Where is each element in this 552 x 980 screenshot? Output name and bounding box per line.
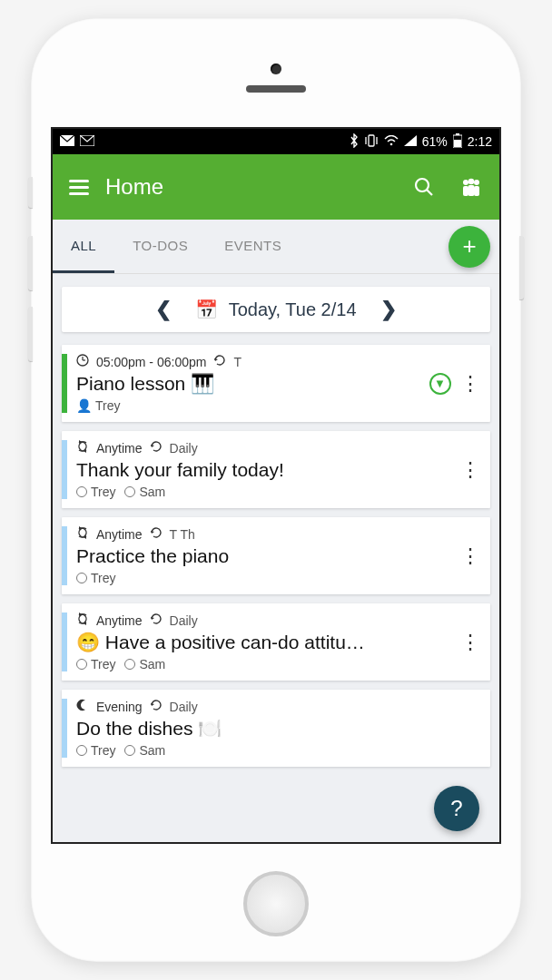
item-list: 05:00pm - 06:00pm T Piano lesson 🎹 👤Trey… [53, 345, 499, 767]
app-bar: Home [53, 154, 499, 220]
svg-rect-8 [454, 140, 461, 147]
card-title: Practice the piano [76, 545, 455, 567]
search-button[interactable] [412, 175, 436, 199]
power-button [519, 236, 524, 299]
date-text: Today, Tue 2/14 [229, 299, 357, 319]
help-button[interactable]: ? [434, 786, 479, 831]
repeat-icon [76, 612, 89, 628]
tab-all[interactable]: ALL [53, 220, 114, 273]
volume-down [28, 307, 33, 361]
todo-card[interactable]: Anytime Daily 😁 Have a positive can-do a… [62, 603, 490, 681]
menu-button[interactable] [69, 180, 89, 195]
repeat-icon-2 [150, 612, 163, 628]
date-label[interactable]: 📅 Today, Tue 2/14 [195, 299, 356, 320]
repeat-icon-2 [150, 440, 163, 456]
repeat-icon [76, 440, 89, 456]
people-button[interactable] [459, 175, 483, 199]
assignee: Sam [139, 743, 165, 758]
when-label: Anytime [96, 527, 143, 542]
volume-up [28, 236, 33, 290]
svg-point-9 [416, 179, 429, 191]
card-title: Thank your family today! [76, 459, 455, 481]
calendar-icon: 📅 [195, 299, 218, 319]
phone-frame: 61% 2:12 Home ALL TO-DOS [31, 18, 521, 962]
mail-icon [60, 134, 74, 149]
checkbox-icon[interactable] [76, 573, 87, 583]
repeat-label: Daily [170, 700, 198, 714]
assignee: Trey [91, 571, 115, 585]
todo-card[interactable]: Anytime Daily Thank your family today! T… [62, 431, 490, 508]
mail-icon-2 [80, 134, 94, 149]
status-bar: 61% 2:12 [53, 129, 499, 154]
bluetooth-icon [350, 133, 359, 151]
assignee: Sam [139, 657, 165, 671]
repeat-icon [76, 526, 89, 542]
card-stripe [62, 612, 67, 671]
assignee: Sam [139, 485, 165, 499]
svg-rect-16 [474, 186, 479, 196]
phone-camera [271, 64, 281, 74]
battery-pct: 61% [422, 134, 448, 149]
card-stripe [62, 440, 67, 499]
screen: 61% 2:12 Home ALL TO-DOS [51, 127, 501, 844]
repeat-label: Daily [170, 613, 198, 628]
assignee: Trey [91, 743, 115, 758]
phone-speaker [246, 85, 306, 93]
event-card[interactable]: 05:00pm - 06:00pm T Piano lesson 🎹 👤Trey… [62, 345, 490, 422]
prev-day-button[interactable]: ❮ [155, 298, 172, 321]
todo-card[interactable]: Anytime T Th Practice the piano Trey ⋮ [62, 517, 490, 594]
checkbox-icon[interactable] [124, 659, 135, 670]
person-icon: 👤 [76, 398, 92, 413]
time-range: 05:00pm - 06:00pm [96, 355, 206, 369]
svg-point-12 [468, 179, 475, 185]
battery-icon [453, 133, 462, 151]
card-title: 😁 Have a positive can-do attitu… [76, 632, 455, 653]
repeat-icon-2 [150, 526, 163, 542]
tab-events[interactable]: EVENTS [206, 220, 300, 273]
assignee: Trey [95, 398, 120, 413]
repeat-label: T Th [170, 527, 195, 542]
when-label: Anytime [96, 441, 143, 456]
vibrate-icon [364, 134, 379, 150]
more-button[interactable]: ⋮ [460, 465, 480, 475]
when-label: Evening [96, 700, 143, 714]
home-button[interactable] [243, 871, 309, 936]
tab-todos[interactable]: TO-DOS [114, 220, 206, 273]
card-stripe [62, 354, 67, 413]
more-button[interactable]: ⋮ [460, 637, 480, 647]
checkbox-icon[interactable] [76, 745, 87, 756]
tabs-row: ALL TO-DOS EVENTS + [53, 220, 499, 274]
evening-icon [76, 699, 89, 714]
checkbox-icon[interactable] [124, 486, 135, 497]
svg-rect-15 [468, 185, 475, 196]
next-day-button[interactable]: ❯ [380, 298, 397, 321]
checkbox-icon[interactable] [124, 745, 135, 756]
todo-card[interactable]: Evening Daily Do the dishes 🍽️ Trey Sam [62, 690, 490, 767]
svg-point-13 [474, 180, 479, 185]
assignee: Trey [91, 657, 115, 671]
checkbox-icon[interactable] [76, 486, 87, 497]
svg-point-5 [389, 143, 392, 146]
checkbox-icon[interactable] [76, 659, 87, 670]
card-stripe [62, 526, 67, 585]
svg-rect-2 [369, 135, 374, 146]
card-title: Do the dishes 🍽️ [76, 718, 479, 740]
date-navigator: ❮ 📅 Today, Tue 2/14 ❯ [62, 287, 490, 332]
repeat-label: T [233, 355, 242, 369]
assignee: Trey [91, 485, 115, 499]
add-button[interactable]: + [448, 226, 490, 268]
page-title: Home [105, 174, 396, 200]
more-button[interactable]: ⋮ [460, 378, 480, 388]
card-title: Piano lesson 🎹 [76, 373, 424, 395]
repeat-icon [213, 354, 226, 369]
clock-text: 2:12 [468, 134, 492, 149]
expand-button[interactable]: ▼ [429, 373, 451, 395]
clock-icon [76, 354, 89, 369]
repeat-icon-2 [150, 699, 163, 714]
mute-switch [28, 177, 33, 208]
repeat-label: Daily [170, 441, 198, 456]
card-stripe [62, 699, 67, 758]
more-button[interactable]: ⋮ [460, 551, 480, 561]
svg-rect-14 [463, 186, 468, 196]
wifi-icon [384, 134, 399, 149]
